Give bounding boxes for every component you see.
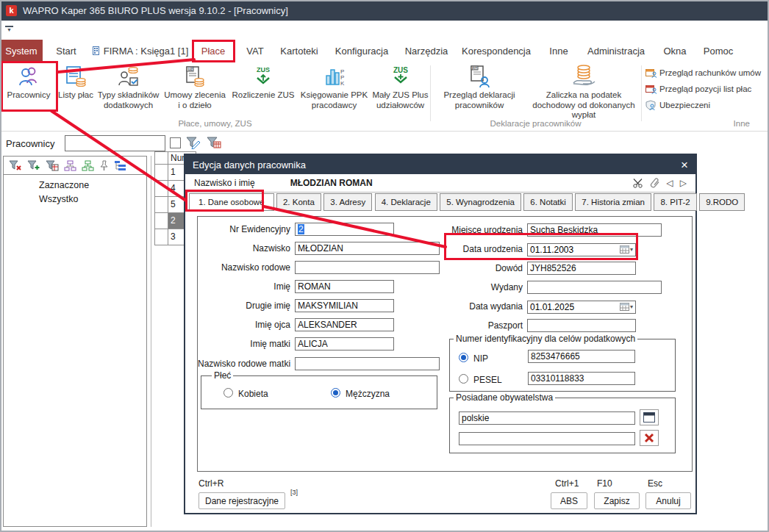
tab-rodo[interactable]: 9.RODO [699, 193, 745, 211]
ribbon-button-typy-skladnikow[interactable]: Typy składników dodatkowych [96, 63, 161, 110]
citizenship-delete-icon[interactable] [640, 430, 659, 446]
citizenship-input-1[interactable] [459, 411, 635, 425]
tab-historia-zmian[interactable]: 7. Historia zmian [575, 193, 651, 211]
filter-checkbox[interactable] [170, 137, 181, 148]
tab-deklaracje[interactable]: 4. Deklaracje [375, 193, 437, 211]
pit-declarations-icon: PIT [467, 65, 492, 88]
miejsce-urodzenia-label: Miejsce urodzenia [411, 225, 523, 235]
paszport-input[interactable] [527, 319, 636, 332]
component-types-icon [118, 65, 140, 87]
ribbon-button-ubezpieczeni[interactable]: Ubezpieczeni [645, 98, 710, 112]
plec-legend: Płeć [212, 370, 233, 381]
paperclip-icon[interactable] [648, 176, 662, 191]
tree-item-wszystko[interactable]: Wszystko [4, 193, 146, 206]
nr-ewidencyjny-input[interactable]: 2 [295, 223, 394, 236]
contracts-icon: UZ [184, 65, 206, 87]
tree-item-zaznaczone[interactable]: Zaznaczone [4, 179, 146, 192]
miejsce-urodzenia-input[interactable] [527, 223, 662, 237]
nr-ewidencyjny-label: Nr Ewidencyjny [198, 224, 290, 234]
ribbon-button-pracownicy[interactable]: Pracownicy [1, 63, 56, 101]
tab-adresy[interactable]: 3. Adresy [323, 193, 372, 211]
anuluj-button[interactable]: Anuluj [645, 492, 691, 509]
filter-clear-icon[interactable] [9, 160, 22, 171]
dowod-label: Dowód [411, 263, 523, 273]
filter-table-icon[interactable] [46, 160, 59, 171]
tab-dane-osobowe[interactable]: 1. Dane osobowe [189, 193, 274, 211]
prev-record-icon[interactable]: ◁ [667, 178, 673, 188]
qat-customize-icon[interactable]: ▼ [5, 26, 13, 33]
scissors-icon[interactable] [632, 178, 644, 188]
panel-splitter[interactable] [151, 156, 151, 527]
imie-input[interactable] [295, 280, 394, 293]
tab-wynagrodzenia[interactable]: 5. Wynagrodzenia [440, 193, 521, 211]
data-wydania-label: Data wydania [411, 301, 523, 312]
tab-konta[interactable]: 2. Konta [276, 193, 321, 211]
calendar-dropdown-icon[interactable]: ▾ [618, 244, 634, 254]
nazwisko-rodowe-matki-input[interactable] [295, 357, 440, 370]
menu-item-administracja[interactable]: Administracja [582, 40, 650, 62]
ribbon-button-listy-plac[interactable]: Listy płac [57, 63, 94, 101]
wydany-input[interactable] [527, 281, 662, 294]
search-input[interactable] [65, 135, 165, 151]
citizenship-list-icon[interactable] [640, 409, 659, 425]
menu-item-system[interactable]: System [0, 40, 43, 62]
ribbon-button-przeglad-pozycji[interactable]: Przegląd pozycji list płac [645, 82, 751, 96]
imie-ojca-input[interactable] [295, 318, 394, 331]
close-icon[interactable]: × [681, 159, 688, 171]
calendar-dropdown-icon[interactable]: ▾ [618, 301, 634, 312]
svg-text:K: K [340, 80, 345, 87]
menu-item-place[interactable]: Płace [193, 40, 234, 62]
imie-matki-label: Imię matki [198, 339, 290, 349]
citizenship-input-2[interactable] [459, 432, 635, 445]
menu-item-inne[interactable]: Inne [544, 40, 573, 62]
menu-item-pomoc[interactable]: Pomoc [700, 40, 737, 62]
menu-item-vat[interactable]: VAT [241, 40, 269, 62]
pesel-input[interactable] [528, 372, 635, 385]
zus-settlement-icon: ZUS [251, 65, 276, 88]
org-tree-blue-icon[interactable] [114, 160, 126, 171]
zus-plus-icon: ZUS [388, 65, 413, 88]
title-bar: k WAPRO Kaper 365 BIURO PLUS wersja 9.10… [0, 0, 769, 21]
dane-rejestracyjne-button[interactable]: Dane rejestracyjne [198, 492, 285, 509]
pesel-radio[interactable] [459, 374, 468, 384]
nazwisko-rodowe-label: Nazwisko rodowe [198, 262, 290, 273]
kobieta-radio[interactable] [223, 388, 233, 398]
dowod-input[interactable] [527, 262, 636, 275]
filter-edit-icon[interactable] [186, 137, 201, 152]
dialog-title-bar: Edycja danych pracownika × [185, 155, 695, 174]
window-title: WAPRO Kaper 365 BIURO PLUS wersja 9.10.2… [23, 5, 288, 16]
ribbon-button-rozliczenie-zus[interactable]: ZUS Rozliczenie ZUS [230, 63, 296, 101]
menu-item-narzedzia[interactable]: Narzędzia [401, 40, 451, 62]
pin-icon[interactable] [99, 160, 109, 171]
tab-pit2[interactable]: 8. PIT-2 [654, 193, 696, 211]
org-tree-purple-icon[interactable] [64, 160, 76, 171]
menu-item-start[interactable]: Start [49, 40, 84, 62]
ribbon-button-ksiegowanie-ppk[interactable]: PPK Księgowanie PPK pracodawcy [298, 63, 371, 110]
nip-radio[interactable] [459, 353, 468, 362]
ribbon-button-przeglad-rachunkow[interactable]: Przegląd rachunków umów [645, 66, 761, 79]
ribbon-button-zaliczka[interactable]: Zaliczka na podatek dochodowy od dokonan… [526, 63, 642, 121]
menu-item-okna[interactable]: Okna [659, 40, 691, 62]
employee-edit-dialog: Edycja danych pracownika × Nazwisko i im… [184, 154, 697, 514]
nip-input[interactable] [528, 350, 635, 363]
zapisz-button[interactable]: Zapisz [594, 492, 640, 509]
mezczyzna-radio[interactable] [331, 388, 340, 398]
menu-item-kartoteki[interactable]: Kartoteki [275, 40, 323, 62]
tab-notatki[interactable]: 6. Notatki [523, 193, 573, 211]
ribbon-button-maly-zus-plus[interactable]: ZUS Mały ZUS Plus udziałowców [372, 63, 429, 110]
filter-add-icon[interactable] [27, 160, 40, 171]
next-record-icon[interactable]: ▷ [680, 178, 687, 188]
org-tree-refresh-icon[interactable] [82, 160, 94, 171]
filter-grid-icon[interactable] [207, 137, 221, 152]
contract-accounts-icon [645, 68, 657, 78]
menu-item-korespondencja[interactable]: Korespondencja [460, 40, 532, 62]
menu-item-konfiguracja[interactable]: Konfiguracja [331, 40, 393, 62]
ribbon-button-przeglad-deklaracji[interactable]: PIT Przegląd deklaracji pracowników [434, 63, 524, 110]
data-wydania-input[interactable]: ▾ [527, 300, 636, 313]
ribbon-button-umowy-zlecenia[interactable]: UZ Umowy zlecenia i o dzieło [162, 63, 227, 110]
data-urodzenia-input[interactable]: ▾ [527, 242, 636, 256]
drugie-imie-input[interactable] [295, 299, 394, 312]
imie-matki-input[interactable] [295, 337, 394, 351]
abs-button[interactable]: ABS [551, 492, 587, 509]
menu-item-firma[interactable]: FIRMA : Księga1 [1] [88, 40, 193, 62]
